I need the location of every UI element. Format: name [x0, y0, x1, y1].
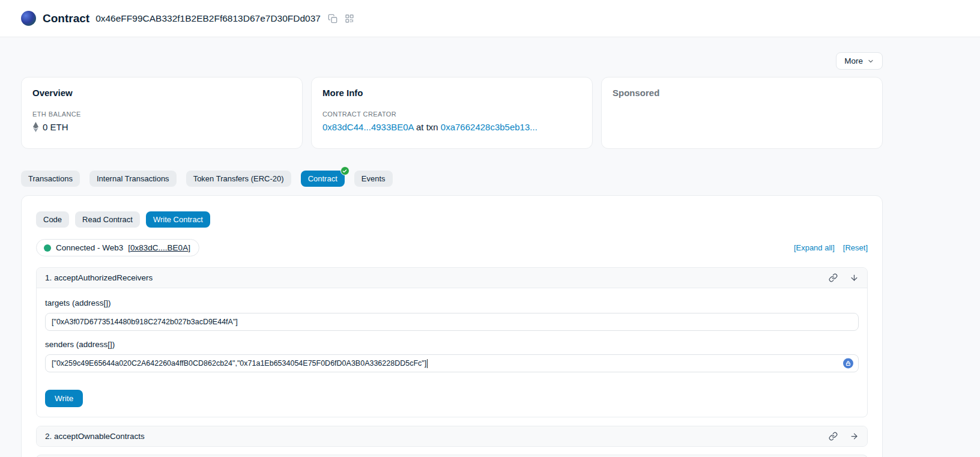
eth-balance-label: ETH BALANCE: [32, 110, 291, 118]
reset-link[interactable]: [Reset]: [843, 243, 868, 252]
method-1-title: 1. acceptAuthorizedReceivers: [45, 273, 153, 282]
at-txn-text: at txn: [416, 122, 438, 132]
eth-balance-value: 0 ETH: [43, 122, 68, 132]
targets-input[interactable]: [45, 313, 859, 331]
copy-address-icon[interactable]: [328, 14, 337, 23]
method-2-title: 2. acceptOwnableContracts: [45, 432, 145, 441]
method-1-header[interactable]: 1. acceptAuthorizedReceivers: [37, 268, 867, 288]
expand-arrow-right-icon[interactable]: [850, 432, 859, 441]
connected-wallet-link[interactable]: [0x83dC....BE0A]: [128, 243, 190, 252]
collapse-arrow-down-icon[interactable]: [850, 273, 859, 282]
tab-transactions[interactable]: Transactions: [21, 171, 80, 187]
more-dropdown-button[interactable]: More: [836, 52, 883, 70]
creator-address-link[interactable]: 0x83dC44...4933BE0A: [322, 122, 414, 132]
targets-field-label: targets (address[]): [45, 298, 859, 307]
method-2-header[interactable]: 2. acceptOwnableContracts: [37, 426, 867, 446]
senders-field-label: senders (address[]): [45, 340, 859, 349]
overview-card: Overview ETH BALANCE 0 ETH: [21, 77, 303, 149]
verified-check-icon: [340, 166, 349, 175]
page-body: More Overview ETH BALANCE 0 ETH More Inf…: [0, 37, 980, 457]
connected-dot-icon: [44, 244, 51, 252]
method-accordion-1: 1. acceptAuthorizedReceivers targets (ad…: [36, 267, 868, 417]
connection-status-pill: Connected - Web3 [0x83dC....BE0A]: [36, 239, 199, 256]
ethereum-icon: [32, 122, 39, 132]
overview-card-title: Overview: [32, 88, 291, 98]
primary-tabs: Transactions Internal Transactions Token…: [21, 171, 883, 187]
senders-input-value: ["0x259c49E65644a020C2A642260a4ffB0CD862…: [52, 359, 426, 368]
method-accordion-3[interactable]: [36, 455, 868, 457]
tab-contract[interactable]: Contract: [301, 171, 345, 187]
write-button[interactable]: Write: [45, 390, 83, 407]
qr-code-icon[interactable]: [345, 14, 354, 23]
chevron-down-icon: [867, 58, 874, 65]
summary-cards: Overview ETH BALANCE 0 ETH More Info CON…: [21, 77, 883, 149]
creation-txn-link[interactable]: 0xa7662428c3b5eb13...: [441, 122, 537, 132]
connection-status-text: Connected - Web3: [56, 243, 123, 252]
page-title: Contract: [43, 12, 89, 25]
contract-address: 0x46eFF99CAB332f1B2EB2Ff6813D67e7D30FDd0…: [95, 13, 321, 24]
contract-avatar: [21, 11, 36, 26]
subtab-read-contract[interactable]: Read Contract: [75, 211, 140, 228]
tab-internal-transactions[interactable]: Internal Transactions: [89, 171, 177, 187]
permalink-icon[interactable]: [829, 432, 838, 441]
more-info-card: More Info CONTRACT CREATOR 0x83dC44...49…: [311, 77, 593, 149]
contract-panel: Code Read Contract Write Contract Connec…: [21, 195, 883, 457]
method-1-body: targets (address[]) senders (address[]) …: [37, 288, 867, 417]
subtab-write-contract[interactable]: Write Contract: [146, 211, 210, 228]
page-header: Contract 0x46eFF99CAB332f1B2EB2Ff6813D67…: [0, 0, 980, 37]
more-dropdown-label: More: [844, 56, 863, 65]
text-cursor: [427, 359, 428, 368]
permalink-icon[interactable]: [829, 273, 838, 282]
method-accordion-2: 2. acceptOwnableContracts: [36, 426, 868, 447]
expand-all-link[interactable]: [Expand all]: [794, 243, 835, 252]
sponsored-card-title: Sponsored: [612, 88, 871, 98]
contract-creator-label: CONTRACT CREATOR: [322, 110, 581, 118]
password-manager-autofill-icon[interactable]: [843, 359, 853, 369]
sponsored-card: Sponsored: [601, 77, 883, 149]
tab-events[interactable]: Events: [354, 171, 393, 187]
subtab-code[interactable]: Code: [36, 211, 69, 228]
contract-subtabs: Code Read Contract Write Contract: [36, 211, 868, 228]
tab-token-transfers[interactable]: Token Transfers (ERC-20): [186, 171, 291, 187]
more-info-card-title: More Info: [322, 88, 581, 98]
senders-input[interactable]: ["0x259c49E65644a020C2A642260a4ffB0CD862…: [45, 354, 859, 372]
